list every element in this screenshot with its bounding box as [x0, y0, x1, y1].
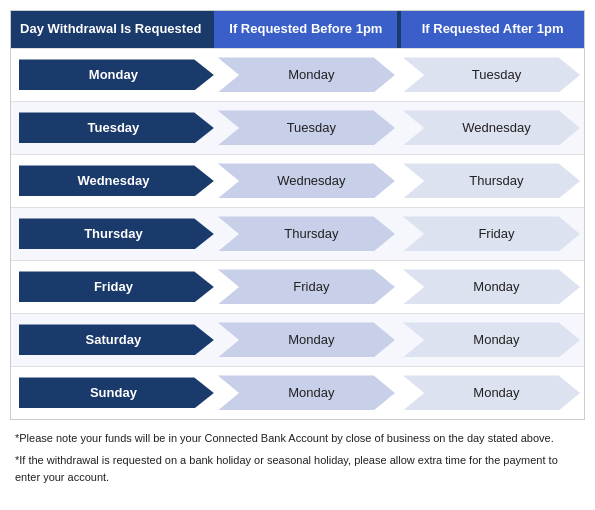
header-col1: Day Withdrawal Is Requested [11, 11, 210, 48]
col-day-sunday: Sunday [11, 367, 214, 419]
col-after-wednesday: Thursday [399, 155, 584, 207]
header-col3: If Requested After 1pm [401, 11, 584, 48]
notes-section: *Please note your funds will be in your … [10, 420, 585, 497]
note1: *Please note your funds will be in your … [15, 430, 580, 447]
col-before-friday: Friday [214, 261, 399, 313]
col-day-wednesday: Wednesday [11, 155, 214, 207]
col-after-saturday: Monday [399, 314, 584, 366]
after-value: Thursday [403, 163, 580, 198]
before-value: Monday [218, 322, 395, 357]
day-label: Wednesday [19, 165, 214, 196]
table-row: Friday Friday Monday [11, 260, 584, 313]
col-before-wednesday: Wednesday [214, 155, 399, 207]
day-label: Sunday [19, 377, 214, 408]
col-day-friday: Friday [11, 261, 214, 313]
after-value: Monday [403, 375, 580, 410]
col-after-thursday: Friday [399, 208, 584, 260]
table-row: Monday Monday Tuesday [11, 48, 584, 101]
table-row: Tuesday Tuesday Wednesday [11, 101, 584, 154]
col-day-monday: Monday [11, 49, 214, 101]
col-after-sunday: Monday [399, 367, 584, 419]
after-value: Wednesday [403, 110, 580, 145]
col-before-thursday: Thursday [214, 208, 399, 260]
col-after-monday: Tuesday [399, 49, 584, 101]
table-row: Thursday Thursday Friday [11, 207, 584, 260]
day-label: Saturday [19, 324, 214, 355]
table-header: Day Withdrawal Is Requested If Requested… [11, 11, 584, 48]
table-row: Saturday Monday Monday [11, 313, 584, 366]
withdrawal-table: Day Withdrawal Is Requested If Requested… [10, 10, 585, 420]
before-value: Tuesday [218, 110, 395, 145]
col-day-tuesday: Tuesday [11, 102, 214, 154]
col-before-monday: Monday [214, 49, 399, 101]
after-value: Tuesday [403, 57, 580, 92]
day-label: Tuesday [19, 112, 214, 143]
before-value: Thursday [218, 216, 395, 251]
col-day-thursday: Thursday [11, 208, 214, 260]
after-value: Monday [403, 322, 580, 357]
col-before-tuesday: Tuesday [214, 102, 399, 154]
after-value: Friday [403, 216, 580, 251]
before-value: Monday [218, 375, 395, 410]
after-value: Monday [403, 269, 580, 304]
col-after-friday: Monday [399, 261, 584, 313]
before-value: Monday [218, 57, 395, 92]
col-after-tuesday: Wednesday [399, 102, 584, 154]
before-value: Wednesday [218, 163, 395, 198]
col-before-saturday: Monday [214, 314, 399, 366]
col-day-saturday: Saturday [11, 314, 214, 366]
note2: *If the withdrawal is requested on a ban… [15, 452, 580, 485]
table-row: Sunday Monday Monday [11, 366, 584, 419]
header-col2: If Requested Before 1pm [214, 11, 397, 48]
day-label: Friday [19, 271, 214, 302]
col-before-sunday: Monday [214, 367, 399, 419]
table-row: Wednesday Wednesday Thursday [11, 154, 584, 207]
table-body: Monday Monday Tuesday Tuesday [11, 48, 584, 419]
day-label: Thursday [19, 218, 214, 249]
before-value: Friday [218, 269, 395, 304]
day-label: Monday [19, 59, 214, 90]
